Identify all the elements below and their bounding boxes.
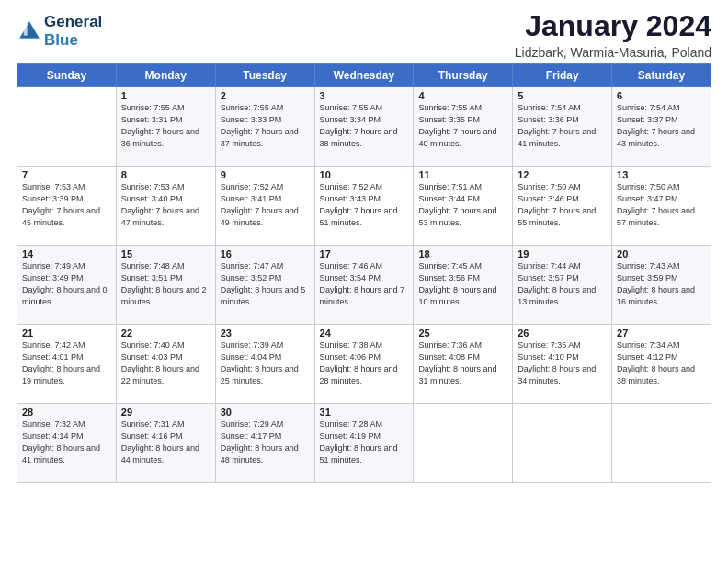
cell-info: Sunrise: 7:48 AMSunset: 3:51 PMDaylight:… (121, 260, 210, 308)
calendar-cell: 12Sunrise: 7:50 AMSunset: 3:46 PMDayligh… (513, 167, 612, 246)
day-number: 20 (617, 248, 706, 259)
cell-info: Sunrise: 7:49 AMSunset: 3:49 PMDaylight:… (22, 260, 111, 308)
calendar-cell: 4Sunrise: 7:55 AMSunset: 3:35 PMDaylight… (414, 87, 513, 167)
calendar-cell (17, 87, 117, 167)
day-number: 25 (418, 327, 507, 339)
day-number: 14 (22, 248, 111, 259)
calendar-table: SundayMondayTuesdayWednesdayThursdayFrid… (17, 63, 711, 483)
cell-info: Sunrise: 7:36 AMSunset: 4:08 PMDaylight:… (418, 339, 507, 387)
calendar-week-row: 28Sunrise: 7:32 AMSunset: 4:14 PMDayligh… (17, 404, 711, 483)
day-number: 6 (617, 90, 706, 101)
day-number: 11 (418, 169, 507, 180)
cell-info: Sunrise: 7:38 AMSunset: 4:06 PMDaylight:… (320, 339, 409, 387)
calendar-cell: 30Sunrise: 7:29 AMSunset: 4:17 PMDayligh… (215, 404, 314, 483)
calendar-cell: 27Sunrise: 7:34 AMSunset: 4:12 PMDayligh… (612, 325, 711, 404)
cell-info: Sunrise: 7:50 AMSunset: 3:46 PMDaylight:… (518, 181, 607, 229)
day-number: 3 (320, 90, 409, 101)
cell-info: Sunrise: 7:55 AMSunset: 3:31 PMDaylight:… (121, 102, 210, 150)
weekday-header-wednesday: Wednesday (314, 64, 414, 87)
day-number: 15 (121, 248, 210, 259)
svg-marker-1 (21, 24, 39, 37)
cell-info: Sunrise: 7:40 AMSunset: 4:03 PMDaylight:… (121, 339, 210, 387)
logo-text: GeneralBlue (44, 13, 102, 49)
calendar-cell: 11Sunrise: 7:51 AMSunset: 3:44 PMDayligh… (414, 167, 513, 246)
calendar-cell (513, 404, 612, 483)
weekday-header-monday: Monday (116, 64, 215, 87)
logo: GeneralBlue (17, 13, 102, 49)
cell-info: Sunrise: 7:34 AMSunset: 4:12 PMDaylight:… (617, 339, 706, 387)
weekday-header-row: SundayMondayTuesdayWednesdayThursdayFrid… (17, 64, 711, 87)
cell-info: Sunrise: 7:42 AMSunset: 4:01 PMDaylight:… (22, 339, 111, 387)
page: GeneralBlue January 2024 Lidzbark, Warmi… (0, 0, 728, 563)
cell-info: Sunrise: 7:55 AMSunset: 3:35 PMDaylight:… (418, 102, 507, 150)
cell-info: Sunrise: 7:45 AMSunset: 3:56 PMDaylight:… (418, 260, 507, 308)
day-number: 17 (320, 248, 409, 259)
calendar-cell: 17Sunrise: 7:46 AMSunset: 3:54 PMDayligh… (314, 246, 414, 325)
day-number: 13 (617, 169, 706, 180)
calendar-cell: 22Sunrise: 7:40 AMSunset: 4:03 PMDayligh… (116, 325, 215, 404)
cell-info: Sunrise: 7:39 AMSunset: 4:04 PMDaylight:… (221, 339, 310, 387)
day-number: 5 (518, 90, 607, 101)
cell-info: Sunrise: 7:54 AMSunset: 3:36 PMDaylight:… (518, 102, 607, 150)
calendar-cell: 16Sunrise: 7:47 AMSunset: 3:52 PMDayligh… (215, 246, 314, 325)
day-number: 24 (320, 327, 409, 339)
calendar-cell: 24Sunrise: 7:38 AMSunset: 4:06 PMDayligh… (314, 325, 414, 404)
day-number: 29 (121, 407, 210, 418)
calendar-cell: 15Sunrise: 7:48 AMSunset: 3:51 PMDayligh… (116, 246, 215, 325)
calendar-cell: 5Sunrise: 7:54 AMSunset: 3:36 PMDaylight… (513, 87, 612, 167)
calendar-cell: 23Sunrise: 7:39 AMSunset: 4:04 PMDayligh… (215, 325, 314, 404)
day-number: 31 (320, 407, 409, 418)
day-number: 19 (518, 248, 607, 259)
weekday-header-tuesday: Tuesday (215, 64, 314, 87)
cell-info: Sunrise: 7:28 AMSunset: 4:19 PMDaylight:… (320, 419, 409, 466)
day-number: 12 (518, 169, 607, 180)
cell-info: Sunrise: 7:53 AMSunset: 3:39 PMDaylight:… (22, 181, 111, 229)
calendar-cell: 29Sunrise: 7:31 AMSunset: 4:16 PMDayligh… (116, 404, 215, 483)
calendar-week-row: 1Sunrise: 7:55 AMSunset: 3:31 PMDaylight… (17, 87, 711, 167)
cell-info: Sunrise: 7:51 AMSunset: 3:44 PMDaylight:… (418, 181, 507, 229)
calendar-cell: 1Sunrise: 7:55 AMSunset: 3:31 PMDaylight… (116, 87, 215, 167)
day-number: 28 (22, 407, 111, 418)
day-number: 8 (121, 169, 210, 180)
calendar-week-row: 14Sunrise: 7:49 AMSunset: 3:49 PMDayligh… (17, 246, 711, 325)
calendar-cell: 2Sunrise: 7:55 AMSunset: 3:33 PMDaylight… (215, 87, 314, 167)
cell-info: Sunrise: 7:53 AMSunset: 3:40 PMDaylight:… (121, 181, 210, 229)
cell-info: Sunrise: 7:52 AMSunset: 3:41 PMDaylight:… (221, 181, 310, 229)
calendar-cell: 7Sunrise: 7:53 AMSunset: 3:39 PMDaylight… (17, 167, 117, 246)
day-number: 7 (22, 169, 111, 180)
calendar-cell: 18Sunrise: 7:45 AMSunset: 3:56 PMDayligh… (414, 246, 513, 325)
weekday-header-friday: Friday (513, 64, 612, 87)
cell-info: Sunrise: 7:50 AMSunset: 3:47 PMDaylight:… (617, 181, 706, 229)
calendar-week-row: 21Sunrise: 7:42 AMSunset: 4:01 PMDayligh… (17, 325, 711, 404)
cell-info: Sunrise: 7:52 AMSunset: 3:43 PMDaylight:… (320, 181, 409, 229)
calendar-cell: 31Sunrise: 7:28 AMSunset: 4:19 PMDayligh… (314, 404, 414, 483)
cell-info: Sunrise: 7:29 AMSunset: 4:17 PMDaylight:… (221, 419, 310, 466)
cell-info: Sunrise: 7:32 AMSunset: 4:14 PMDaylight:… (22, 419, 111, 466)
calendar-cell: 19Sunrise: 7:44 AMSunset: 3:57 PMDayligh… (513, 246, 612, 325)
calendar-cell: 25Sunrise: 7:36 AMSunset: 4:08 PMDayligh… (414, 325, 513, 404)
weekday-header-sunday: Sunday (17, 64, 117, 87)
day-number: 10 (320, 169, 409, 180)
cell-info: Sunrise: 7:31 AMSunset: 4:16 PMDaylight:… (121, 419, 210, 466)
calendar-cell: 8Sunrise: 7:53 AMSunset: 3:40 PMDaylight… (116, 167, 215, 246)
day-number: 30 (221, 407, 310, 418)
day-number: 26 (518, 327, 607, 339)
weekday-header-thursday: Thursday (414, 64, 513, 87)
calendar-cell: 28Sunrise: 7:32 AMSunset: 4:14 PMDayligh… (17, 404, 117, 483)
cell-info: Sunrise: 7:46 AMSunset: 3:54 PMDaylight:… (320, 260, 409, 308)
cell-info: Sunrise: 7:43 AMSunset: 3:59 PMDaylight:… (617, 260, 706, 308)
day-number: 4 (418, 90, 507, 101)
day-number: 2 (221, 90, 310, 101)
day-number: 9 (221, 169, 310, 180)
cell-info: Sunrise: 7:55 AMSunset: 3:34 PMDaylight:… (320, 102, 409, 150)
calendar-week-row: 7Sunrise: 7:53 AMSunset: 3:39 PMDaylight… (17, 167, 711, 246)
calendar-cell: 10Sunrise: 7:52 AMSunset: 3:43 PMDayligh… (314, 167, 414, 246)
day-number: 1 (121, 90, 210, 101)
day-number: 27 (617, 327, 706, 339)
calendar-cell: 9Sunrise: 7:52 AMSunset: 3:41 PMDaylight… (215, 167, 314, 246)
calendar-cell: 26Sunrise: 7:35 AMSunset: 4:10 PMDayligh… (513, 325, 612, 404)
cell-info: Sunrise: 7:44 AMSunset: 3:57 PMDaylight:… (518, 260, 607, 308)
cell-info: Sunrise: 7:54 AMSunset: 3:37 PMDaylight:… (617, 102, 706, 150)
header: GeneralBlue January 2024 Lidzbark, Warmi… (17, 9, 711, 60)
month-title: January 2024 (515, 9, 711, 43)
